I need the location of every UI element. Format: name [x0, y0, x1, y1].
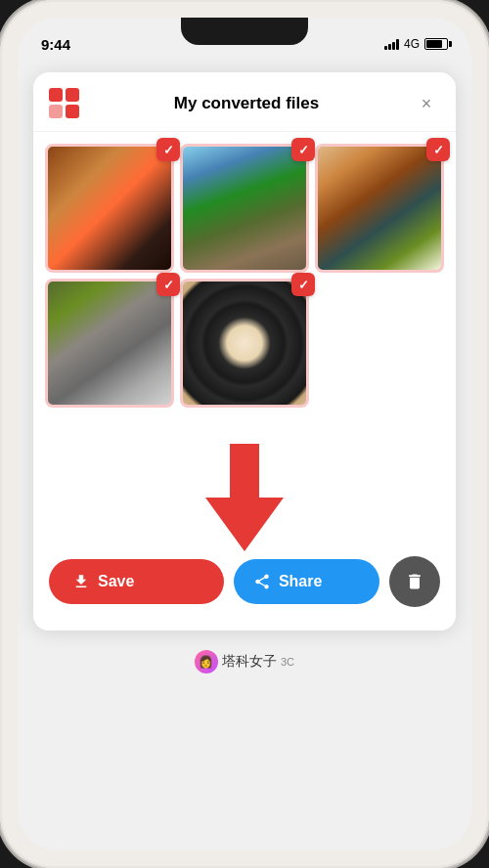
share-button[interactable]: Share — [234, 559, 379, 604]
battery-icon — [424, 38, 448, 50]
arrow-container — [45, 439, 444, 556]
image-cat — [45, 279, 174, 408]
share-icon — [253, 573, 271, 590]
check-badge-2: ✓ — [291, 138, 315, 161]
modal-title: My converted files — [174, 94, 319, 113]
delete-button[interactable] — [389, 556, 440, 607]
image-vinyl — [180, 279, 309, 408]
trash-icon — [405, 572, 424, 591]
image-item-2[interactable]: ✓ — [180, 144, 309, 273]
image-trees — [180, 144, 309, 273]
signal-icon — [384, 38, 399, 50]
watermark-sublabel: 3C — [281, 656, 294, 668]
phone-screen: 9:44 4G — [18, 18, 471, 850]
notch — [181, 18, 308, 45]
logo-square-1 — [49, 88, 63, 102]
share-label: Share — [279, 573, 322, 590]
image-item-3[interactable]: ✓ — [315, 144, 444, 273]
svg-marker-0 — [205, 444, 284, 551]
status-time: 9:44 — [41, 36, 70, 53]
down-arrow-icon — [205, 444, 284, 551]
save-label: Save — [98, 573, 134, 590]
image-campfire — [45, 144, 174, 273]
check-badge-5: ✓ — [291, 273, 315, 296]
watermark-text: 塔科女子 — [222, 653, 277, 671]
watermark: 👩 塔科女子 3C — [18, 642, 471, 677]
check-badge-1: ✓ — [156, 138, 180, 161]
watermark-icon: 👩 — [195, 650, 218, 673]
image-item-1[interactable]: ✓ — [45, 144, 174, 273]
action-buttons: Save Share — [45, 556, 444, 615]
save-button[interactable]: Save — [49, 559, 224, 604]
logo-square-3 — [49, 105, 63, 118]
bottom-area: Save Share — [33, 419, 456, 630]
image-steak — [315, 144, 444, 273]
modal-header: My converted files × — [33, 72, 456, 132]
image-item-4[interactable]: ✓ — [45, 279, 174, 408]
logo-square-4 — [66, 105, 79, 118]
check-badge-3: ✓ — [426, 138, 450, 161]
app-logo — [49, 88, 80, 119]
image-grid: ✓ ✓ ✓ ✓ ✓ — [33, 132, 456, 419]
check-badge-4: ✓ — [156, 273, 180, 296]
modal-container: My converted files × ✓ ✓ ✓ — [33, 72, 456, 630]
phone-frame: 9:44 4G — [0, 0, 489, 868]
image-item-5[interactable]: ✓ — [180, 279, 309, 408]
logo-square-2 — [66, 88, 79, 102]
save-icon — [72, 573, 90, 590]
carrier-text: 4G — [404, 37, 420, 51]
close-button[interactable]: × — [413, 90, 440, 117]
status-icons: 4G — [384, 37, 448, 51]
